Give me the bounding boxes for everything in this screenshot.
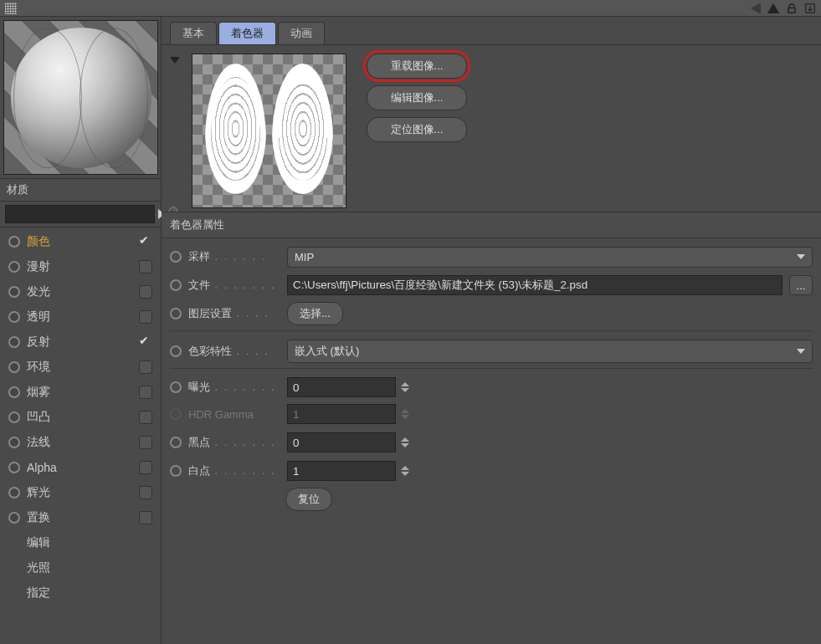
channel-radio[interactable]	[8, 361, 20, 373]
channel-row[interactable]: 颜色	[3, 229, 157, 254]
channel-radio[interactable]	[8, 311, 20, 323]
tab[interactable]: 动画	[278, 22, 325, 44]
channel-row[interactable]: 烟雾	[3, 380, 157, 405]
channel-row[interactable]: 辉光	[3, 480, 157, 505]
black-spinner[interactable]	[401, 437, 409, 447]
file-input[interactable]	[287, 275, 783, 295]
channel-radio[interactable]	[8, 462, 20, 473]
white-radio[interactable]	[170, 465, 182, 477]
hdr-label: HDR Gamma	[188, 408, 254, 421]
channel-checkbox[interactable]	[139, 335, 152, 349]
channel-checkbox[interactable]	[139, 486, 152, 499]
channel-row[interactable]: 反射	[3, 330, 157, 355]
black-label: 黑点	[188, 436, 210, 448]
export-icon[interactable]	[804, 3, 816, 14]
channel-label: 法线	[27, 435, 132, 450]
channel-row[interactable]: 编辑	[3, 530, 157, 555]
white-spinner[interactable]	[401, 466, 409, 476]
channel-row[interactable]: 指定	[3, 580, 157, 606]
channel-checkbox[interactable]	[139, 436, 152, 449]
tab[interactable]: 着色器	[218, 22, 276, 44]
sampling-dropdown[interactable]: MIP	[287, 247, 813, 268]
chevron-down-icon	[797, 254, 805, 259]
channel-checkbox[interactable]	[139, 411, 152, 424]
sampling-value: MIP	[295, 251, 314, 263]
channel-row[interactable]: 凹凸	[3, 405, 157, 430]
nav-up-icon[interactable]	[767, 3, 779, 13]
exposure-input[interactable]	[287, 377, 396, 397]
search-input[interactable]	[5, 205, 155, 223]
channel-label: 凹凸	[27, 410, 132, 425]
channel-label: 光照	[27, 560, 152, 575]
channel-checkbox[interactable]	[139, 235, 152, 248]
channel-radio[interactable]	[8, 286, 20, 298]
channel-row[interactable]: 漫射	[3, 254, 157, 279]
black-input[interactable]	[287, 432, 396, 452]
channel-row[interactable]: 环境	[3, 355, 157, 380]
channel-radio[interactable]	[8, 336, 20, 348]
channel-checkbox[interactable]	[139, 285, 152, 299]
channel-row[interactable]: Alpha	[3, 455, 157, 480]
channel-label: Alpha	[27, 461, 132, 474]
channel-checkbox[interactable]	[139, 310, 152, 324]
channel-row[interactable]: 透明	[3, 304, 157, 330]
channel-row[interactable]: 置换	[3, 505, 157, 530]
black-radio[interactable]	[170, 437, 182, 448]
collapse-icon[interactable]	[170, 57, 180, 64]
channel-label: 编辑	[27, 535, 152, 550]
channel-radio[interactable]	[8, 236, 20, 248]
channel-label: 反射	[27, 335, 132, 350]
channel-checkbox[interactable]	[139, 461, 152, 474]
layer-radio[interactable]	[170, 308, 182, 319]
tab[interactable]: 基本	[170, 22, 217, 44]
exposure-radio[interactable]	[170, 381, 182, 393]
reset-button[interactable]: 复位	[285, 488, 332, 511]
reload-image-button[interactable]: 重载图像...	[367, 54, 467, 79]
channel-checkbox[interactable]	[139, 511, 152, 524]
sampling-radio[interactable]	[170, 251, 182, 263]
texture-preview[interactable]	[192, 54, 346, 208]
sidebar-title: 材质	[0, 178, 161, 202]
channel-label: 辉光	[27, 485, 132, 500]
nav-prev-icon[interactable]	[751, 3, 761, 14]
file-label: 文件	[188, 279, 210, 291]
channel-checkbox[interactable]	[139, 360, 152, 374]
white-label: 白点	[188, 464, 210, 477]
channel-radio[interactable]	[8, 411, 20, 423]
channel-label: 透明	[27, 309, 132, 325]
channel-row[interactable]: 发光	[3, 279, 157, 304]
channel-label: 颜色	[27, 234, 132, 249]
channel-label: 环境	[27, 360, 132, 375]
grid-icon[interactable]	[5, 3, 17, 14]
hdr-spinner	[401, 409, 409, 419]
top-toolbar	[0, 0, 821, 17]
sidebar: 材质 颜色漫射发光透明反射环境烟雾凹凸法线Alpha辉光置换编辑光照指定	[0, 17, 162, 644]
channel-radio[interactable]	[8, 386, 20, 398]
channel-label: 发光	[27, 284, 132, 299]
channel-radio[interactable]	[8, 512, 20, 524]
channel-radio[interactable]	[8, 437, 20, 448]
color-value: 嵌入式 (默认)	[295, 344, 359, 359]
material-preview[interactable]	[3, 20, 158, 175]
sampling-label: 采样	[188, 250, 210, 263]
exposure-label: 曝光	[188, 381, 210, 393]
lock-icon[interactable]	[786, 3, 798, 14]
color-radio[interactable]	[170, 345, 182, 357]
channel-radio[interactable]	[8, 487, 20, 498]
channel-row[interactable]: 法线	[3, 430, 157, 455]
edit-image-button[interactable]: 编辑图像...	[367, 85, 467, 110]
locate-image-button[interactable]: 定位图像...	[367, 117, 467, 142]
channel-checkbox[interactable]	[139, 386, 152, 399]
hdr-input	[287, 404, 396, 424]
channel-radio[interactable]	[8, 261, 20, 273]
white-input[interactable]	[287, 461, 396, 481]
channel-checkbox[interactable]	[139, 260, 152, 273]
exposure-spinner[interactable]	[401, 382, 409, 392]
file-radio[interactable]	[170, 279, 182, 291]
layer-select-button[interactable]: 选择...	[287, 302, 343, 325]
channel-row[interactable]: 光照	[3, 555, 157, 580]
shader-props-header: 着色器属性	[162, 212, 821, 238]
file-browse-button[interactable]: ...	[789, 275, 813, 295]
hdr-radio	[170, 408, 182, 420]
color-profile-dropdown[interactable]: 嵌入式 (默认)	[287, 340, 813, 363]
